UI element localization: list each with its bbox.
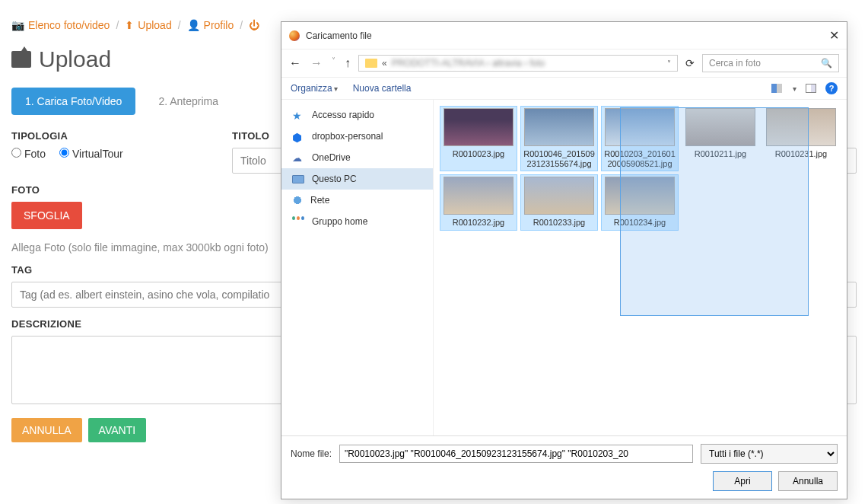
nav-forward-icon: → (310, 56, 323, 70)
preview-pane-icon[interactable] (806, 84, 816, 93)
file-name: R0010046_20150923123155674.jpg (523, 149, 596, 169)
network-icon (292, 195, 303, 206)
sidebar-item-network[interactable]: Rete (281, 190, 433, 211)
power-icon: ⏻ (249, 19, 259, 31)
firefox-icon (289, 30, 300, 41)
camera-icon: 📷 (11, 19, 24, 31)
filetype-select[interactable]: Tutti i file (*.*) (701, 444, 838, 464)
new-folder-button[interactable]: Nuova cartella (353, 83, 412, 94)
file-name: R0010231.jpg (775, 149, 828, 159)
step-2[interactable]: 2. Anteprima (145, 88, 232, 115)
file-item[interactable]: R0010231.jpg (762, 106, 840, 171)
breadcrumb-item-profile[interactable]: 👤Profilo (187, 19, 234, 31)
nav-history-icon[interactable]: ˅ (332, 56, 335, 70)
breadcrumb-item-upload[interactable]: ⬆Upload (125, 19, 171, 31)
sidebar-item-this-pc[interactable]: Questo PC (281, 168, 433, 190)
cancel-button[interactable]: ANNULLA (11, 418, 82, 442)
open-button[interactable]: Apri (713, 471, 772, 491)
star-icon: ★ (292, 110, 304, 120)
path-bar[interactable]: « PRODOTTI-ALTRAVIA › altravia › foto ˅ (358, 55, 678, 72)
file-name: R0010023.jpg (453, 149, 505, 159)
help-icon[interactable]: ? (825, 82, 838, 94)
folder-icon (365, 59, 377, 68)
dialog-sidebar: ★Accesso rapido ⬢dropbox-personal ☁OneDr… (281, 100, 434, 435)
file-thumbnail (524, 108, 594, 146)
file-name: R0010234.jpg (614, 218, 666, 228)
file-pane[interactable]: R0010023.jpgR0010046_20150923123155674.j… (434, 100, 847, 435)
cloud-icon: ☁ (292, 152, 304, 163)
upload-icon: ⬆ (125, 19, 134, 31)
file-name: R0010233.jpg (533, 218, 586, 228)
sidebar-item-quick-access[interactable]: ★Accesso rapido (281, 104, 433, 126)
file-thumbnail (685, 108, 755, 146)
close-icon[interactable]: ✕ (829, 28, 839, 43)
dropbox-icon: ⬢ (292, 131, 304, 142)
file-thumbnail (444, 177, 513, 215)
search-icon: 🔍 (821, 58, 832, 69)
radio-foto[interactable]: Foto (11, 148, 46, 160)
dialog-cancel-button[interactable]: Annulla (778, 471, 838, 491)
file-item[interactable]: R0010211.jpg (682, 106, 759, 171)
file-name: R0010203_20160120005908521.jpg (603, 149, 676, 169)
file-thumbnail (524, 177, 594, 215)
tipologia-label: TIPOLOGIA (11, 130, 209, 142)
refresh-icon[interactable]: ⟳ (685, 57, 695, 69)
file-item[interactable]: R0010234.jpg (601, 174, 679, 230)
filename-label: Nome file: (291, 448, 332, 459)
organize-dropdown[interactable]: Organizza▾ (291, 83, 338, 94)
breadcrumb-item-list[interactable]: 📷Elenco foto/video (11, 19, 110, 31)
upload-large-icon (11, 51, 31, 68)
filename-input[interactable] (339, 445, 693, 463)
file-thumbnail (605, 108, 675, 146)
file-name: R0010232.jpg (453, 218, 505, 228)
pc-icon (292, 175, 304, 183)
sidebar-item-onedrive[interactable]: ☁OneDrive (281, 147, 433, 168)
dialog-title: Caricamento file (306, 30, 372, 41)
nav-back-icon[interactable]: ← (289, 56, 301, 70)
nav-up-icon[interactable]: ↑ (345, 56, 351, 70)
file-dialog: Caricamento file ✕ ← → ˅ ↑ « PRODOTTI-AL… (281, 21, 847, 499)
radio-virtualtour[interactable]: VirtualTour (59, 148, 123, 160)
file-item[interactable]: R0010023.jpg (440, 106, 517, 171)
homegroup-icon (292, 216, 304, 227)
file-item[interactable]: R0010233.jpg (520, 174, 598, 230)
file-item[interactable]: R0010203_20160120005908521.jpg (601, 106, 679, 171)
breadcrumb-item-power[interactable]: ⏻ (249, 19, 259, 31)
next-button[interactable]: AVANTI (88, 418, 147, 442)
file-thumbnail (766, 108, 836, 146)
file-thumbnail (444, 108, 513, 146)
file-item[interactable]: R0010046_20150923123155674.jpg (520, 106, 598, 171)
file-name: R0010211.jpg (695, 149, 747, 159)
file-thumbnail (605, 177, 675, 215)
sidebar-item-homegroup[interactable]: Gruppo home (281, 211, 433, 232)
search-input[interactable]: Cerca in foto 🔍 (702, 54, 839, 72)
user-icon: 👤 (187, 19, 200, 31)
step-1[interactable]: 1. Carica Foto/Video (11, 88, 135, 115)
sidebar-item-dropbox[interactable]: ⬢dropbox-personal (281, 126, 433, 147)
view-mode-icon[interactable] (771, 84, 782, 93)
file-item[interactable]: R0010232.jpg (440, 174, 517, 230)
browse-button[interactable]: SFOGLIA (11, 202, 82, 229)
